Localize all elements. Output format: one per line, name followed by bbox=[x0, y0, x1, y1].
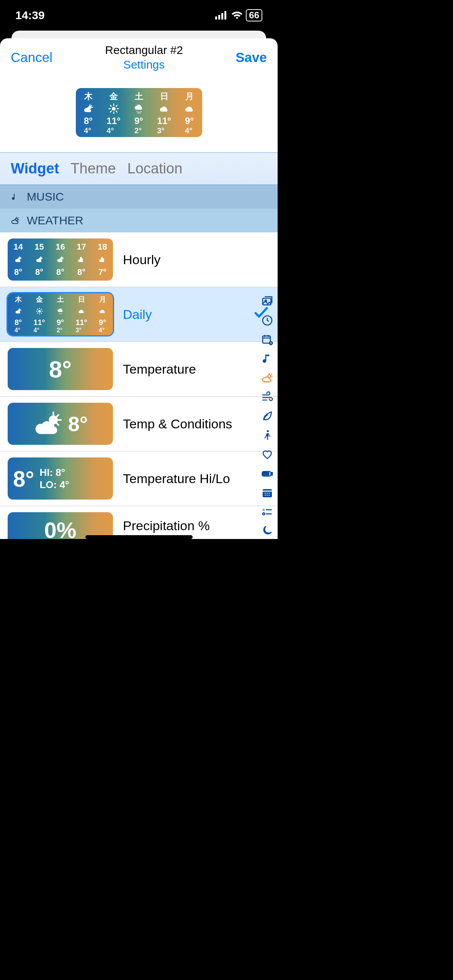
settings-sheet: Cancel Rectangular #2 Settings Save 木8°4… bbox=[0, 38, 278, 539]
svg-line-47 bbox=[41, 309, 42, 310]
thumb-temperature-value: 8° bbox=[49, 356, 72, 383]
weather-icon[interactable] bbox=[261, 371, 274, 384]
thumb-daily: 木8°4°金11°4°土9°2°日11°3°月9°4° bbox=[8, 293, 113, 335]
svg-point-75 bbox=[267, 495, 268, 496]
row-hourly[interactable]: 148°158°168°178°187° Hourly bbox=[0, 232, 278, 287]
home-indicator[interactable] bbox=[85, 535, 193, 539]
svg-line-26 bbox=[20, 257, 21, 258]
svg-point-74 bbox=[265, 495, 266, 496]
heart-icon[interactable] bbox=[261, 448, 274, 461]
widget-preview-area: 木8°4°金11°4°土9°2°日11°3°月9°4° bbox=[0, 77, 278, 152]
svg-point-76 bbox=[269, 495, 270, 496]
clock-icon[interactable] bbox=[261, 314, 274, 327]
save-button[interactable]: Save bbox=[235, 50, 267, 65]
cellular-icon bbox=[215, 11, 228, 20]
leaf-icon[interactable] bbox=[261, 410, 274, 423]
svg-point-51 bbox=[59, 314, 60, 314]
section-weather[interactable]: WEATHER bbox=[0, 209, 278, 232]
moon-icon[interactable] bbox=[261, 524, 274, 537]
section-weather-label: WEATHER bbox=[27, 214, 83, 227]
row-temperature-label: Temperature bbox=[123, 362, 242, 377]
battery-icon[interactable] bbox=[261, 467, 274, 480]
tab-location[interactable]: Location bbox=[128, 160, 183, 177]
thumb-temp-conditions-value: 8° bbox=[68, 412, 88, 436]
svg-rect-3 bbox=[224, 11, 226, 20]
svg-point-73 bbox=[269, 493, 270, 494]
calendar-icon[interactable] bbox=[261, 486, 274, 499]
config-tabs: Widget Theme Location bbox=[0, 152, 278, 185]
svg-rect-1 bbox=[218, 15, 220, 20]
widget-type-list: 148°158°168°178°187° Hourly 木8°4°金11°4°土… bbox=[0, 232, 278, 539]
checklist-icon[interactable] bbox=[261, 505, 274, 518]
wind-icon[interactable] bbox=[261, 390, 274, 403]
row-daily[interactable]: 木8°4°金11°4°土9°2°日11°3°月9°4° Daily bbox=[0, 287, 278, 342]
svg-line-15 bbox=[110, 111, 111, 113]
svg-line-44 bbox=[37, 309, 38, 310]
svg-point-50 bbox=[61, 313, 62, 314]
svg-point-21 bbox=[139, 113, 141, 114]
thumb-temperature: 8° bbox=[8, 348, 113, 390]
svg-point-71 bbox=[265, 493, 266, 494]
svg-line-34 bbox=[62, 257, 63, 258]
settings-link[interactable]: Settings bbox=[105, 58, 183, 71]
sheet-background-peek bbox=[11, 31, 266, 38]
svg-line-38 bbox=[20, 309, 20, 309]
widget-preview-daily: 木8°4°金11°4°土9°2°日11°3°月9°4° bbox=[76, 88, 202, 137]
thumb-temp-hilo: 8° HI: 8° LO: 4° bbox=[8, 457, 113, 500]
svg-line-7 bbox=[91, 106, 92, 106]
row-temp-conditions[interactable]: 8° Temp & Conditions bbox=[0, 397, 278, 451]
svg-point-49 bbox=[60, 313, 61, 314]
svg-point-79 bbox=[263, 513, 265, 515]
svg-point-18 bbox=[138, 112, 139, 113]
svg-line-14 bbox=[116, 111, 117, 113]
tab-theme[interactable]: Theme bbox=[70, 160, 116, 177]
thumb-hourly: 148°158°168°178°187° bbox=[8, 238, 113, 281]
calendar-badge-icon[interactable] bbox=[261, 333, 274, 346]
music-note-icon bbox=[11, 192, 20, 201]
svg-point-39 bbox=[38, 310, 41, 312]
thumb-hilo-hi: HI: 8° bbox=[39, 466, 69, 479]
category-index-strip bbox=[258, 295, 276, 539]
sheet-header: Cancel Rectangular #2 Settings Save bbox=[0, 38, 278, 77]
svg-point-72 bbox=[267, 493, 268, 494]
thumb-temp-conditions: 8° bbox=[8, 403, 113, 445]
svg-point-8 bbox=[112, 107, 116, 111]
row-temperature[interactable]: 8° Temperature bbox=[0, 342, 278, 397]
thumb-hilo-lo: LO: 4° bbox=[39, 479, 69, 491]
section-music-label: MUSIC bbox=[27, 190, 64, 203]
section-music[interactable]: MUSIC bbox=[0, 185, 278, 209]
status-bar: 14:39 66 bbox=[0, 0, 278, 31]
status-time: 14:39 bbox=[15, 9, 45, 22]
svg-line-30 bbox=[41, 257, 42, 258]
row-precipitation[interactable]: 0% Precipitation % bbox=[0, 506, 278, 539]
weather-partly-icon bbox=[11, 216, 20, 225]
row-hourly-label: Hourly bbox=[123, 252, 242, 267]
row-temp-hilo[interactable]: 8° HI: 8° LO: 4° Temperature Hi/Lo bbox=[0, 451, 278, 506]
svg-point-20 bbox=[137, 113, 139, 114]
row-temp-hilo-label: Temperature Hi/Lo bbox=[123, 471, 242, 486]
tab-widget[interactable]: Widget bbox=[11, 160, 59, 177]
header-title-group: Rectangular #2 Settings bbox=[105, 44, 183, 71]
svg-line-46 bbox=[37, 313, 38, 314]
svg-point-65 bbox=[267, 430, 269, 432]
partly-cloudy-icon bbox=[33, 410, 64, 437]
svg-line-45 bbox=[41, 313, 42, 314]
row-precipitation-label: Precipitation % bbox=[123, 518, 242, 533]
svg-rect-2 bbox=[221, 13, 223, 20]
svg-point-52 bbox=[61, 314, 61, 314]
svg-rect-0 bbox=[215, 16, 217, 20]
walk-icon[interactable] bbox=[261, 429, 274, 442]
svg-line-16 bbox=[116, 106, 117, 107]
cancel-button[interactable]: Cancel bbox=[11, 50, 52, 65]
svg-point-17 bbox=[136, 111, 137, 113]
thumb-precipitation-value: 0% bbox=[44, 521, 77, 539]
photos-icon[interactable] bbox=[261, 295, 274, 308]
sheet-title: Rectangular #2 bbox=[105, 44, 183, 58]
svg-rect-67 bbox=[271, 472, 273, 475]
row-daily-label: Daily bbox=[123, 307, 242, 322]
thumb-hilo-main: 8° bbox=[13, 466, 34, 492]
svg-point-19 bbox=[140, 111, 141, 113]
battery-level: 66 bbox=[246, 9, 262, 21]
status-right: 66 bbox=[215, 9, 262, 21]
music-note-icon[interactable] bbox=[261, 352, 274, 365]
